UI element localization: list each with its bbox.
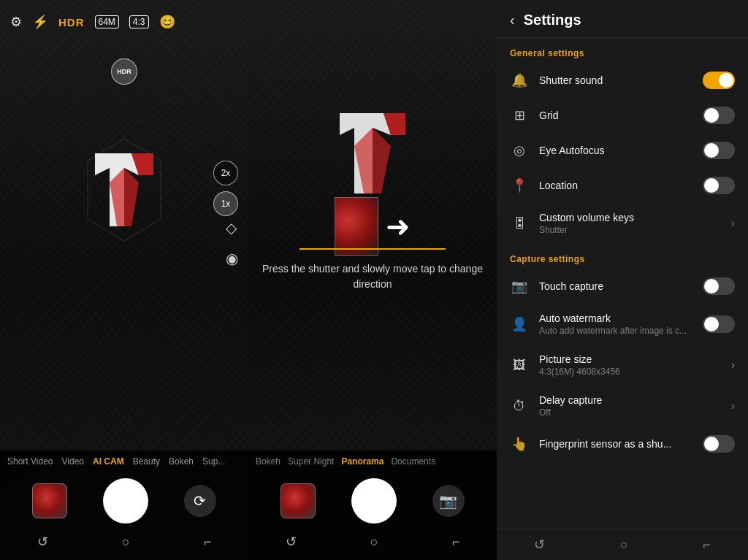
shutter-sound-icon: 🔔 xyxy=(510,72,529,88)
mid-switch-camera-btn[interactable]: 📷 xyxy=(432,485,465,517)
location-row[interactable]: 📍 Location xyxy=(497,168,748,203)
fingerprint-row[interactable]: 👆 Fingerprint sensor as a shu... xyxy=(497,426,748,461)
picture-size-label: Picture size xyxy=(539,353,721,365)
mid-tab-supernight[interactable]: Super Night xyxy=(288,456,334,467)
switch-camera-btn[interactable]: ⟳ xyxy=(184,485,216,517)
grid-text: Grid xyxy=(539,110,692,121)
custom-volume-label: Custom volume keys xyxy=(539,212,721,223)
resolution-badge[interactable]: 64M xyxy=(95,15,119,28)
mid-switch-icon: 📷 xyxy=(439,492,457,510)
tab-ai-cam[interactable]: AI CAM xyxy=(93,456,124,467)
mid-nav-home[interactable]: ○ xyxy=(370,534,378,550)
picture-size-icon: 🖼 xyxy=(510,358,529,373)
flash-icon[interactable]: ⚡ xyxy=(32,14,48,30)
pano-thumb xyxy=(335,197,378,256)
delay-capture-row[interactable]: ⏱ Delay capture Off › xyxy=(497,386,748,426)
brand-logo-left xyxy=(73,131,175,248)
custom-volume-chevron: › xyxy=(731,217,735,230)
mid-shutter-btn[interactable] xyxy=(351,478,397,523)
auto-watermark-sub: Auto add watermark after image is c... xyxy=(539,326,692,336)
auto-watermark-row[interactable]: 👤 Auto watermark Auto add watermark afte… xyxy=(497,304,748,345)
mid-nav-recent[interactable]: ↺ xyxy=(286,534,297,550)
effects-icon[interactable]: ◉ xyxy=(226,250,238,267)
eye-autofocus-row[interactable]: ◎ Eye Autofocus xyxy=(497,133,748,168)
shutter-button[interactable] xyxy=(103,478,148,523)
custom-volume-icon: 🎛 xyxy=(510,216,529,231)
switch-camera-icon: ⟳ xyxy=(194,492,206,510)
camera-buttons: ⟳ xyxy=(0,474,248,528)
zoom-2x-btn[interactable]: 2x xyxy=(213,161,238,185)
mid-nav-back[interactable]: ⌐ xyxy=(452,534,460,550)
touch-capture-text: Touch capture xyxy=(539,280,692,292)
tab-video[interactable]: Video xyxy=(62,456,84,467)
touch-capture-toggle[interactable] xyxy=(703,277,735,295)
picture-size-row[interactable]: 🖼 Picture size 4:3(16M) 4608x3456 › xyxy=(497,345,748,386)
shutter-sound-text: Shutter sound xyxy=(539,74,692,86)
location-toggle[interactable] xyxy=(703,177,735,194)
shutter-sound-row[interactable]: 🔔 Shutter sound xyxy=(497,63,748,98)
auto-watermark-label: Auto watermark xyxy=(539,312,692,324)
nav-bar-left: ↺ ○ ⌐ xyxy=(0,528,248,553)
pano-arrow-icon: ➜ xyxy=(386,210,411,243)
touch-capture-icon: 📷 xyxy=(510,278,529,294)
location-label: Location xyxy=(539,180,692,191)
location-text: Location xyxy=(539,180,692,191)
nav-home-icon[interactable]: ○ xyxy=(122,534,130,550)
eye-autofocus-text: Eye Autofocus xyxy=(539,145,692,156)
pano-guide-line xyxy=(299,248,446,250)
picture-size-chevron: › xyxy=(731,358,735,372)
fingerprint-text: Fingerprint sensor as a shu... xyxy=(539,438,692,450)
face-icon[interactable]: 😊 xyxy=(159,14,175,30)
mid-mode-tabs: Bokeh Super Night Panorama Documents xyxy=(248,450,497,471)
mid-bottom-controls: Bokeh Super Night Panorama Documents 📷 ↺… xyxy=(248,450,497,560)
pano-instruction: Press the shutter and slowly move tap to… xyxy=(248,261,497,292)
tab-short-video[interactable]: Short Video xyxy=(7,456,53,467)
tab-beauty[interactable]: Beauty xyxy=(133,456,160,467)
settings-back-btn[interactable]: ‹ xyxy=(510,12,515,28)
fingerprint-label: Fingerprint sensor as a shu... xyxy=(539,438,692,450)
touch-capture-row[interactable]: 📷 Touch capture xyxy=(497,269,748,304)
settings-icon[interactable]: ⚙ xyxy=(10,14,22,30)
hdr-label[interactable]: HDR xyxy=(58,16,85,28)
shutter-sound-toggle[interactable] xyxy=(703,72,735,89)
custom-volume-row[interactable]: 🎛 Custom volume keys Shutter › xyxy=(497,203,748,244)
top-toolbar: ⚙ ⚡ HDR 64M 4:3 😊 xyxy=(0,0,248,44)
settings-nav-recent[interactable]: ↺ xyxy=(534,537,545,553)
zoom-1x-btn[interactable]: 1x xyxy=(213,191,238,216)
nav-bar-mid: ↺ ○ ⌐ xyxy=(248,528,497,553)
eye-autofocus-toggle[interactable] xyxy=(703,142,735,159)
mid-tab-bokeh[interactable]: Bokeh xyxy=(256,456,280,467)
tab-super[interactable]: Sup... xyxy=(202,456,225,467)
delay-capture-text: Delay capture Off xyxy=(539,394,721,418)
custom-volume-text: Custom volume keys Shutter xyxy=(539,212,721,235)
zoom-controls: 2x 1x xyxy=(213,161,238,216)
touch-capture-label: Touch capture xyxy=(539,280,692,292)
mid-tab-panorama[interactable]: Panorama xyxy=(341,456,383,467)
delay-capture-sub: Off xyxy=(539,407,721,418)
delay-capture-icon: ⏱ xyxy=(510,399,529,414)
bottom-controls: Short Video Video AI CAM Beauty Bokeh Su… xyxy=(0,450,248,560)
settings-nav-bar: ↺ ○ ⌐ xyxy=(497,529,748,560)
pano-guide: ➜ Press the shutter and slowly move tap … xyxy=(248,197,497,292)
ratio-badge[interactable]: 4:3 xyxy=(129,15,149,28)
settings-nav-back[interactable]: ⌐ xyxy=(703,537,711,553)
capture-section-label: Capture settings xyxy=(497,244,748,269)
filter-icon[interactable]: ◇ xyxy=(226,219,238,237)
mid-tab-documents[interactable]: Documents xyxy=(391,456,435,467)
tab-bokeh[interactable]: Bokeh xyxy=(169,456,194,467)
grid-row[interactable]: ⊞ Grid xyxy=(497,98,748,133)
mid-camera-btns: 📷 xyxy=(248,474,497,528)
settings-panel: ‹ Settings General settings 🔔 Shutter so… xyxy=(497,0,748,560)
gallery-thumb[interactable] xyxy=(32,483,67,518)
settings-title: Settings xyxy=(524,12,581,28)
grid-toggle[interactable] xyxy=(703,107,735,124)
nav-recent-icon[interactable]: ↺ xyxy=(37,534,48,550)
settings-body: General settings 🔔 Shutter sound ⊞ Grid … xyxy=(497,38,748,529)
settings-nav-home[interactable]: ○ xyxy=(620,537,628,553)
shutter-sound-label: Shutter sound xyxy=(539,74,692,86)
picture-size-text: Picture size 4:3(16M) 4608x3456 xyxy=(539,353,721,377)
auto-watermark-toggle[interactable] xyxy=(703,315,735,333)
mid-gallery-thumb[interactable] xyxy=(280,483,316,518)
fingerprint-toggle[interactable] xyxy=(703,435,735,453)
nav-back-icon[interactable]: ⌐ xyxy=(204,534,212,550)
